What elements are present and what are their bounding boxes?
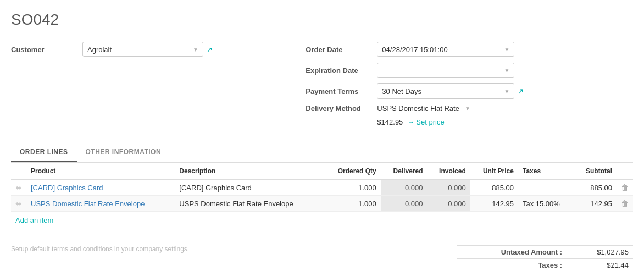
delivery-method-label: Delivery Method [306, 104, 377, 112]
col-delivered: Delivered [381, 163, 428, 180]
customer-label: Customer [11, 46, 82, 54]
add-item-link[interactable]: Add an item [11, 212, 58, 229]
ordered-qty-cell: 1.000 [324, 180, 381, 196]
payment-terms-field: ▼ ↗ [377, 83, 633, 99]
invoiced-cell: 0.000 [428, 180, 470, 196]
taxes-cell [518, 180, 574, 196]
payment-terms-external-link-icon[interactable]: ↗ [518, 87, 524, 95]
payment-terms-row: Payment Terms ▼ ↗ [306, 83, 633, 99]
drag-handle-cell: ⬌ [11, 180, 26, 196]
payment-terms-input[interactable] [382, 87, 502, 95]
delete-row-icon[interactable]: 🗑 [621, 183, 629, 192]
drag-handle-cell: ⬌ [11, 196, 26, 212]
col-action [617, 163, 633, 180]
arrow-right-icon: → [407, 118, 414, 126]
tab-other-information[interactable]: OTHER INFORMATION [77, 143, 170, 162]
untaxed-amount-row: Untaxed Amount : $1,027.95 [457, 246, 633, 259]
price-value: $142.95 [377, 118, 403, 126]
form-section: Customer ▼ ↗ Order Date ▼ Expiration Dat… [11, 42, 633, 132]
price-row: $142.95 → Set price [377, 118, 633, 126]
order-date-input[interactable] [382, 46, 502, 54]
col-subtotal: Subtotal [574, 163, 617, 180]
page-title: SO042 [11, 11, 633, 29]
col-ordered-qty: Ordered Qty [324, 163, 381, 180]
payment-terms-input-wrapper[interactable]: ▼ [377, 83, 514, 99]
order-date-input-wrapper[interactable]: ▼ [377, 42, 514, 57]
totals-table: Untaxed Amount : $1,027.95 Taxes : $21.4… [457, 245, 633, 272]
product-cell[interactable]: [CARD] Graphics Card [26, 180, 175, 196]
taxes-value: $21.44 [571, 259, 633, 272]
col-drag [11, 163, 26, 180]
untaxed-amount-value: $1,027.95 [571, 246, 633, 259]
footer-left: Setup default terms and conditions in yo… [11, 245, 457, 277]
customer-field: ▼ ↗ [82, 42, 284, 57]
col-unit-price: Unit Price [470, 163, 518, 180]
customer-external-link-icon[interactable]: ↗ [207, 46, 213, 54]
invoiced-cell: 0.000 [428, 196, 470, 212]
delivered-cell: 0.000 [381, 196, 428, 212]
customer-input[interactable] [87, 46, 191, 54]
drag-handle-icon[interactable]: ⬌ [15, 183, 22, 192]
drag-handle-icon[interactable]: ⬌ [15, 199, 22, 208]
tab-order-lines[interactable]: ORDER LINES [11, 143, 77, 162]
order-date-field: ▼ [377, 42, 633, 57]
taxes-label: Taxes : [457, 259, 571, 272]
delete-row-icon[interactable]: 🗑 [621, 199, 629, 208]
unit-price-cell: 142.95 [470, 196, 518, 212]
form-right: Order Date ▼ Expiration Date ▼ Payment T… [306, 42, 633, 132]
col-invoiced: Invoiced [428, 163, 470, 180]
expiration-date-label: Expiration Date [306, 66, 377, 75]
terms-textarea[interactable] [11, 257, 198, 277]
description-cell: USPS Domestic Flat Rate Envelope [175, 196, 323, 212]
expiration-date-input[interactable] [382, 66, 502, 75]
col-description: Description [175, 163, 323, 180]
tabs: ORDER LINES OTHER INFORMATION [11, 143, 633, 163]
delivery-method-value: USPS Domestic Flat Rate [377, 104, 459, 112]
unit-price-cell: 885.00 [470, 180, 518, 196]
subtotal-cell: 142.95 [574, 196, 617, 212]
table-header-row: Product Description Ordered Qty Delivere… [11, 163, 633, 180]
table-row: ⬌ [CARD] Graphics Card [CARD] Graphics C… [11, 180, 633, 196]
form-left: Customer ▼ ↗ [11, 42, 284, 132]
delete-cell: 🗑 [617, 180, 633, 196]
footer-right: Untaxed Amount : $1,027.95 Taxes : $21.4… [457, 245, 633, 277]
order-date-dropdown-icon: ▼ [504, 47, 509, 53]
order-date-label: Order Date [306, 46, 377, 54]
expiration-date-dropdown-icon: ▼ [504, 67, 509, 74]
payment-terms-label: Payment Terms [306, 87, 377, 95]
ordered-qty-cell: 1.000 [324, 196, 381, 212]
customer-dropdown-icon: ▼ [193, 47, 198, 53]
delivered-cell: 0.000 [381, 180, 428, 196]
col-taxes: Taxes [518, 163, 574, 180]
delete-cell: 🗑 [617, 196, 633, 212]
expiration-date-input-wrapper[interactable]: ▼ [377, 63, 514, 78]
customer-row: Customer ▼ ↗ [11, 42, 284, 57]
product-cell[interactable]: USPS Domestic Flat Rate Envelope [26, 196, 175, 212]
col-product: Product [26, 163, 175, 180]
payment-terms-dropdown-icon: ▼ [504, 88, 509, 94]
order-table: Product Description Ordered Qty Delivere… [11, 163, 633, 212]
customer-input-wrapper[interactable]: ▼ [82, 42, 203, 57]
delivery-method-field: USPS Domestic Flat Rate ▼ [377, 104, 633, 112]
set-price-link[interactable]: → Set price [407, 118, 444, 126]
taxes-row: Taxes : $21.44 [457, 259, 633, 272]
expiration-date-row: Expiration Date ▼ [306, 63, 633, 78]
untaxed-amount-label: Untaxed Amount : [457, 246, 571, 259]
table-row: ⬌ USPS Domestic Flat Rate Envelope USPS … [11, 196, 633, 212]
subtotal-cell: 885.00 [574, 180, 617, 196]
taxes-cell: Tax 15.00% [518, 196, 574, 212]
description-cell: [CARD] Graphics Card [175, 180, 323, 196]
order-date-row: Order Date ▼ [306, 42, 633, 57]
expiration-date-field: ▼ [377, 63, 633, 78]
footer-section: Setup default terms and conditions in yo… [11, 245, 633, 277]
terms-hint: Setup default terms and conditions in yo… [11, 245, 457, 253]
delivery-method-dropdown-icon: ▼ [465, 105, 470, 111]
delivery-method-row: Delivery Method USPS Domestic Flat Rate … [306, 104, 633, 112]
